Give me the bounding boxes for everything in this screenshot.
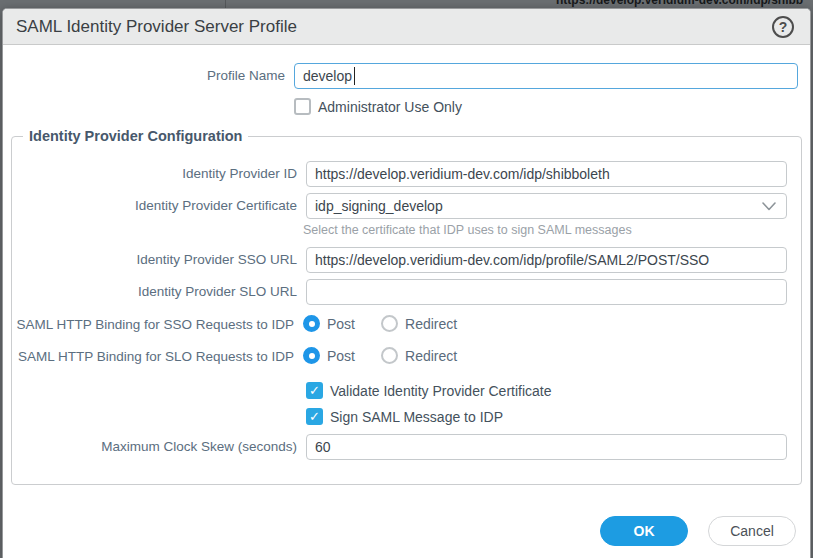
identity-provider-sso-url-control bbox=[306, 247, 787, 273]
identity-provider-sso-url-input[interactable] bbox=[306, 247, 787, 273]
radio-button[interactable] bbox=[381, 347, 398, 364]
identity-provider-certificate-select[interactable]: idp_signing_develop bbox=[306, 193, 787, 219]
dialog-body: Profile Name Administrator Use Only Iden… bbox=[3, 45, 810, 546]
dialog-button-row: OK Cancel bbox=[3, 516, 796, 546]
identity-provider-certificate-row: Identity Provider Certificate idp_signin… bbox=[12, 193, 787, 219]
slo-binding-post-option[interactable]: Post bbox=[303, 347, 355, 364]
identity-provider-certificate-label: Identity Provider Certificate bbox=[12, 198, 306, 214]
sso-binding-label: SAML HTTP Binding for SSO Requests to ID… bbox=[12, 315, 303, 333]
slo-binding-redirect-label: Redirect bbox=[405, 348, 457, 364]
radio-button[interactable] bbox=[303, 315, 320, 332]
profile-name-row: Profile Name bbox=[3, 63, 798, 89]
dialog-titlebar: SAML Identity Provider Server Profile ? bbox=[3, 9, 810, 45]
identity-provider-configuration-legend: Identity Provider Configuration bbox=[23, 128, 248, 144]
radio-button[interactable] bbox=[381, 315, 398, 332]
sign-saml-message-checkbox[interactable] bbox=[306, 408, 323, 425]
profile-name-input[interactable] bbox=[294, 63, 798, 89]
administrator-use-only-row: Administrator Use Only bbox=[3, 98, 810, 115]
slo-binding-post-label: Post bbox=[327, 348, 355, 364]
administrator-use-only-label: Administrator Use Only bbox=[318, 99, 462, 115]
sign-saml-message-label: Sign SAML Message to IDP bbox=[330, 409, 503, 425]
sign-saml-message-row: Sign SAML Message to IDP bbox=[12, 408, 787, 425]
identity-provider-slo-url-row: Identity Provider SLO URL bbox=[12, 279, 787, 305]
cancel-button[interactable]: Cancel bbox=[708, 516, 796, 546]
sso-binding-post-label: Post bbox=[327, 316, 355, 332]
background-url-text: https://develop.veridium-dev.com/idp/shi… bbox=[556, 0, 813, 7]
identity-provider-id-label: Identity Provider ID bbox=[12, 166, 306, 182]
sso-binding-post-option[interactable]: Post bbox=[303, 315, 355, 332]
slo-binding-radio-group: Post Redirect bbox=[303, 347, 787, 364]
sso-binding-row: SAML HTTP Binding for SSO Requests to ID… bbox=[12, 315, 787, 333]
sso-binding-radio-group: Post Redirect bbox=[303, 315, 787, 332]
profile-name-label: Profile Name bbox=[3, 68, 294, 84]
profile-name-control bbox=[294, 63, 798, 89]
max-clock-skew-control bbox=[306, 434, 787, 460]
sso-binding-redirect-option[interactable]: Redirect bbox=[381, 315, 457, 332]
identity-provider-certificate-control: idp_signing_develop bbox=[306, 193, 787, 219]
identity-provider-slo-url-control bbox=[306, 279, 787, 305]
identity-provider-slo-url-label: Identity Provider SLO URL bbox=[12, 284, 306, 300]
dialog-title: SAML Identity Provider Server Profile bbox=[16, 17, 772, 37]
max-clock-skew-label: Maximum Clock Skew (seconds) bbox=[12, 439, 306, 455]
slo-binding-row: SAML HTTP Binding for SLO Requests to ID… bbox=[12, 347, 787, 365]
identity-provider-certificate-value: idp_signing_develop bbox=[315, 198, 762, 214]
slo-binding-redirect-option[interactable]: Redirect bbox=[381, 347, 457, 364]
sso-binding-redirect-label: Redirect bbox=[405, 316, 457, 332]
max-clock-skew-input[interactable] bbox=[306, 434, 787, 460]
saml-idp-server-profile-dialog: SAML Identity Provider Server Profile ? … bbox=[2, 8, 811, 558]
radio-button[interactable] bbox=[303, 347, 320, 364]
help-icon[interactable]: ? bbox=[772, 16, 794, 38]
slo-binding-label: SAML HTTP Binding for SLO Requests to ID… bbox=[12, 347, 303, 365]
validate-certificate-checkbox[interactable] bbox=[306, 382, 323, 399]
identity-provider-slo-url-input[interactable] bbox=[306, 279, 787, 305]
identity-provider-configuration-section: Identity Provider Configuration Identity… bbox=[11, 128, 802, 485]
text-cursor bbox=[354, 67, 355, 85]
certificate-helper-text: Select the certificate that IDP uses to … bbox=[303, 221, 787, 247]
help-glyph: ? bbox=[779, 19, 788, 35]
identity-provider-id-row: Identity Provider ID bbox=[12, 161, 787, 187]
identity-provider-sso-url-label: Identity Provider SSO URL bbox=[12, 252, 306, 268]
identity-provider-id-input[interactable] bbox=[306, 161, 787, 187]
administrator-use-only-checkbox[interactable] bbox=[294, 98, 311, 115]
validate-certificate-label: Validate Identity Provider Certificate bbox=[330, 383, 552, 399]
validate-certificate-row: Validate Identity Provider Certificate bbox=[12, 382, 787, 399]
ok-button[interactable]: OK bbox=[600, 516, 688, 546]
chevron-down-icon bbox=[762, 202, 776, 211]
identity-provider-sso-url-row: Identity Provider SSO URL bbox=[12, 247, 787, 273]
identity-provider-id-control bbox=[306, 161, 787, 187]
max-clock-skew-row: Maximum Clock Skew (seconds) bbox=[12, 434, 787, 460]
certificate-helper-row: Select the certificate that IDP uses to … bbox=[12, 221, 787, 247]
